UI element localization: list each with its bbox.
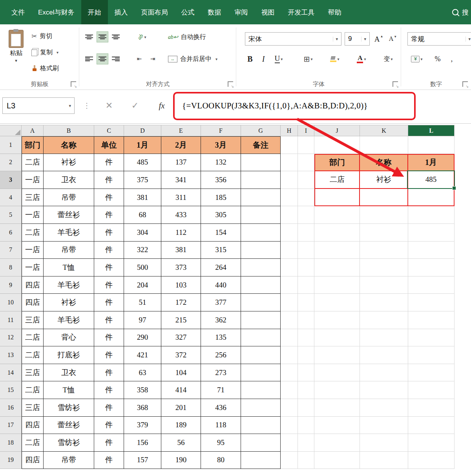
cell-C19[interactable]: 件 <box>94 452 124 469</box>
cell-E19[interactable]: 190 <box>161 452 201 469</box>
cell-G4[interactable] <box>241 189 281 207</box>
italic-button[interactable]: I <box>257 53 269 64</box>
enter-icon[interactable]: ✓ <box>127 97 143 114</box>
cell-C11[interactable]: 件 <box>94 311 124 329</box>
cell-D15[interactable]: 358 <box>124 381 161 399</box>
cell-I2[interactable] <box>298 154 314 172</box>
cell-G8[interactable] <box>241 259 281 276</box>
column-header-D[interactable]: D <box>124 125 161 136</box>
wrap-text-button[interactable]: ab↩ 自动换行 <box>168 31 206 43</box>
cell-A13[interactable]: 二店 <box>22 346 44 364</box>
cell-B17[interactable]: 蕾丝衫 <box>44 417 94 434</box>
column-header-K[interactable]: K <box>360 125 408 136</box>
cell-B16[interactable]: 雪纺衫 <box>44 399 94 417</box>
ribbon-tab-3[interactable]: 开始 <box>81 0 108 24</box>
cell-E15[interactable]: 414 <box>161 381 201 399</box>
cell-A19[interactable]: 四店 <box>22 452 44 469</box>
cell-L5[interactable] <box>408 206 455 224</box>
cell-A8[interactable]: 一店 <box>22 259 44 276</box>
row-header-6[interactable]: 6 <box>0 224 22 242</box>
column-header-F[interactable]: F <box>201 125 241 136</box>
cell-G7[interactable] <box>241 242 281 259</box>
row-header-10[interactable]: 10 <box>0 294 22 311</box>
formula-bar-resize-dots[interactable]: ⋮ <box>83 97 90 114</box>
cell-H5[interactable] <box>281 206 298 224</box>
cell-H19[interactable] <box>281 452 298 469</box>
cell-I6[interactable] <box>298 224 314 242</box>
cell-L8[interactable] <box>408 259 455 276</box>
cell-F17[interactable]: 118 <box>201 417 241 434</box>
cell-B12[interactable]: 背心 <box>44 329 94 347</box>
underline-button[interactable]: U ▾ <box>269 53 288 64</box>
cell-D1[interactable]: 1月 <box>124 136 161 154</box>
row-header-5[interactable]: 5 <box>0 206 22 224</box>
decrease-indent-button[interactable]: ⇤ <box>133 53 145 64</box>
ribbon-tab-2[interactable]: Excel与财务 <box>31 0 81 24</box>
font-size-dropdown-arrow[interactable]: ▾ <box>361 37 366 42</box>
column-header-J[interactable]: J <box>314 125 360 136</box>
column-header-A[interactable]: A <box>22 125 44 136</box>
font-dialog-launcher[interactable] <box>392 81 398 87</box>
cell-D3[interactable]: 375 <box>124 171 161 189</box>
cell-H17[interactable] <box>281 417 298 434</box>
cut-button[interactable]: ✂ 剪切 <box>31 30 52 42</box>
cell-C1[interactable]: 单位 <box>94 136 124 154</box>
accounting-dropdown-arrow[interactable]: ▾ <box>420 57 422 61</box>
fill-color-dropdown-arrow[interactable]: ▾ <box>337 57 339 61</box>
ribbon-tab-6[interactable]: 公式 <box>175 0 201 24</box>
clipboard-dialog-launcher[interactable] <box>71 81 76 87</box>
paste-dropdown-arrow[interactable]: ▾ <box>15 59 17 63</box>
cell-L19[interactable] <box>408 452 455 469</box>
cell-B15[interactable]: T恤 <box>44 381 94 399</box>
row-header-8[interactable]: 8 <box>0 259 22 276</box>
cell-E6[interactable]: 112 <box>161 224 201 242</box>
percent-style-button[interactable]: % <box>432 53 444 64</box>
cell-B6[interactable]: 羊毛衫 <box>44 224 94 242</box>
cell-K14[interactable] <box>360 364 408 382</box>
cell-G13[interactable] <box>241 346 281 364</box>
cell-D11[interactable]: 97 <box>124 311 161 329</box>
cell-F9[interactable]: 440 <box>201 276 241 294</box>
row-header-14[interactable]: 14 <box>0 364 22 382</box>
cancel-icon[interactable]: ✕ <box>101 97 117 114</box>
row-header-3[interactable]: 3 <box>0 171 22 189</box>
ribbon-tab-5[interactable]: 页面布局 <box>135 0 175 24</box>
cell-G3[interactable] <box>241 171 281 189</box>
cell-H8[interactable] <box>281 259 298 276</box>
borders-button[interactable]: ⊞ ▾ <box>299 53 317 64</box>
cell-F6[interactable]: 154 <box>201 224 241 242</box>
cell-K8[interactable] <box>360 259 408 276</box>
cell-G19[interactable] <box>241 452 281 469</box>
cell-F13[interactable]: 256 <box>201 346 241 364</box>
cell-F1[interactable]: 3月 <box>201 136 241 154</box>
cell-B1[interactable]: 名称 <box>44 136 94 154</box>
row-header-12[interactable]: 12 <box>0 329 22 347</box>
cell-C14[interactable]: 件 <box>94 364 124 382</box>
cell-K11[interactable] <box>360 311 408 329</box>
cell-D13[interactable]: 421 <box>124 346 161 364</box>
cell-A1[interactable]: 部门 <box>22 136 44 154</box>
cell-A3[interactable]: 一店 <box>22 171 44 189</box>
cell-D8[interactable]: 500 <box>124 259 161 276</box>
fill-color-button[interactable]: ▾ <box>326 53 344 64</box>
cell-J19[interactable] <box>314 452 360 469</box>
cell-J3[interactable]: 二店 <box>314 171 360 189</box>
cell-J15[interactable] <box>314 381 360 399</box>
column-header-B[interactable]: B <box>44 125 94 136</box>
merge-center-button[interactable]: ↔ 合并后居中 ▾ <box>168 53 217 65</box>
cell-L12[interactable] <box>408 329 455 347</box>
cell-I14[interactable] <box>298 364 314 382</box>
cell-B7[interactable]: 吊带 <box>44 242 94 259</box>
cell-B9[interactable]: 羊毛衫 <box>44 276 94 294</box>
cell-D10[interactable]: 51 <box>124 294 161 311</box>
name-box[interactable]: L3 ▾ <box>2 97 75 114</box>
cell-G14[interactable] <box>241 364 281 382</box>
ribbon-tab-11[interactable]: 帮助 <box>321 0 348 24</box>
cell-I19[interactable] <box>298 452 314 469</box>
phonetic-guide-button[interactable]: 变 ▾ <box>379 53 397 64</box>
cell-E10[interactable]: 172 <box>161 294 201 311</box>
cell-F16[interactable]: 436 <box>201 399 241 417</box>
cell-E16[interactable]: 201 <box>161 399 201 417</box>
align-left-button[interactable] <box>83 53 95 64</box>
cell-L17[interactable] <box>408 417 455 434</box>
